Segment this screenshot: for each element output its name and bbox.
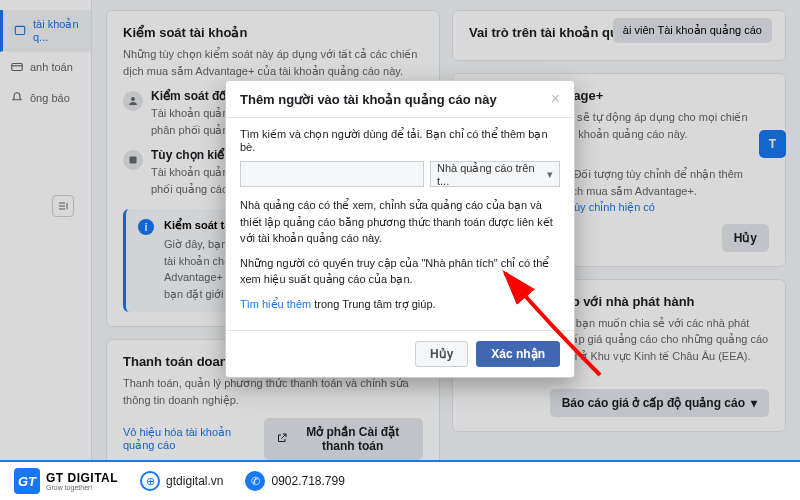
dialog-confirm-button[interactable]: Xác nhận — [476, 341, 560, 367]
modal-overlay: Thêm người vào tài khoản quảng cáo này ×… — [0, 0, 800, 500]
dialog-cancel-button[interactable]: Hủy — [415, 341, 468, 367]
footer-phone[interactable]: ✆0902.718.799 — [245, 471, 344, 491]
dialog-title: Thêm người vào tài khoản quảng cáo này — [240, 92, 497, 107]
role-select[interactable]: Nhà quảng cáo trên t... — [430, 161, 560, 187]
logo-icon: GT — [14, 468, 40, 494]
logo: GT GT DIGITALGrow together! — [14, 468, 118, 494]
dialog-note: Những người có quyền truy cập của "Nhà p… — [240, 255, 560, 288]
footer: GT GT DIGITALGrow together! ⊕gtdigital.v… — [0, 460, 800, 500]
add-person-dialog: Thêm người vào tài khoản quảng cáo này ×… — [225, 80, 575, 378]
close-icon[interactable]: × — [551, 91, 560, 107]
dialog-instruction: Tìm kiếm và chọn người dùng để tải. Bạn … — [240, 128, 560, 153]
phone-icon: ✆ — [245, 471, 265, 491]
dialog-note: Nhà quảng cáo có thể xem, chỉnh sửa quản… — [240, 197, 560, 247]
globe-icon: ⊕ — [140, 471, 160, 491]
user-search-input[interactable] — [240, 161, 424, 187]
learn-more-link[interactable]: Tìm hiểu thêm — [240, 298, 311, 310]
footer-web[interactable]: ⊕gtdigital.vn — [140, 471, 223, 491]
